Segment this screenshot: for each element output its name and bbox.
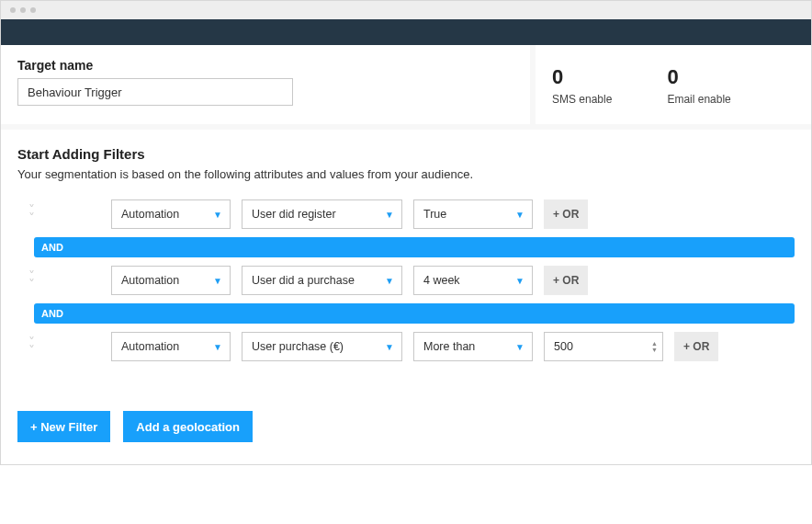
filter-attribute-value: User did register: [252, 208, 336, 221]
filter-category-value: Automation: [121, 208, 179, 221]
add-or-button[interactable]: + OR: [544, 199, 588, 229]
filters-heading: Start Adding Filters: [17, 146, 795, 162]
chevron-down-icon: ▼: [213, 210, 222, 220]
stat-email-label: Email enable: [667, 93, 730, 106]
filter-number-input[interactable]: [544, 332, 663, 361]
stat-email: 0 Email enable: [667, 65, 730, 106]
filter-value-select[interactable]: True ▼: [413, 199, 533, 229]
target-name-card: Target name: [1, 45, 530, 124]
filter-attribute-select[interactable]: User purchase (€) ▼: [242, 332, 402, 361]
stat-sms: 0 SMS enable: [552, 65, 612, 106]
filter-category-value: Automation: [121, 340, 179, 353]
filter-row: ˅˅ Automation ▼ User did a purchase ▼ 4 …: [17, 260, 795, 301]
chevron-down-icon: ▼: [385, 210, 394, 220]
number-stepper-icon[interactable]: ▲▼: [651, 340, 658, 353]
chevron-down-icon: ▼: [213, 342, 222, 352]
drag-handle-icon[interactable]: ˅˅: [17, 272, 45, 289]
stat-email-value: 0: [667, 65, 730, 89]
chevron-down-icon: ▼: [515, 342, 524, 352]
filter-category-select[interactable]: Automation ▼: [111, 332, 231, 361]
filter-attribute-select[interactable]: User did a purchase ▼: [242, 266, 402, 295]
filters-list: ˅˅ Automation ▼ User did register ▼ True…: [17, 194, 795, 367]
filter-category-select[interactable]: Automation ▼: [111, 266, 231, 295]
summary-row: Target name 0 SMS enable 0 Email enable: [1, 45, 811, 130]
filters-subheading: Your segmentation is based on the follow…: [17, 167, 795, 181]
filter-category-value: Automation: [121, 274, 179, 287]
target-name-input[interactable]: [17, 78, 293, 106]
filter-value-text: True: [423, 208, 446, 221]
chevron-down-icon: ▼: [515, 210, 524, 220]
traffic-light-icon: [20, 7, 26, 13]
filter-operator-value: More than: [423, 340, 475, 353]
stats-card: 0 SMS enable 0 Email enable: [536, 45, 811, 124]
window-titlebar: [1, 1, 811, 19]
window-frame: Target name 0 SMS enable 0 Email enable …: [0, 0, 812, 465]
filter-actions: + New Filter Add a geolocation: [17, 411, 795, 442]
chevron-down-icon: ▼: [385, 276, 394, 286]
filter-number-wrap: ▲▼: [544, 332, 663, 361]
chevron-down-icon: ▼: [213, 276, 222, 286]
add-or-button[interactable]: + OR: [674, 332, 718, 361]
filters-panel: Start Adding Filters Your segmentation i…: [1, 130, 811, 464]
filter-value-text: 4 week: [423, 274, 460, 287]
stat-sms-value: 0: [552, 65, 612, 89]
filter-row: ˅˅ Automation ▼ User did register ▼ True…: [17, 194, 795, 234]
filter-category-select[interactable]: Automation ▼: [111, 199, 231, 229]
and-connector[interactable]: AND: [34, 303, 795, 324]
target-name-label: Target name: [17, 58, 513, 73]
chevron-down-icon: ▼: [385, 342, 394, 352]
drag-handle-icon[interactable]: ˅˅: [17, 206, 45, 222]
traffic-light-icon: [30, 7, 36, 13]
filter-row: ˅˅ Automation ▼ User purchase (€) ▼ More…: [17, 326, 795, 367]
traffic-light-icon: [10, 7, 16, 13]
new-filter-button[interactable]: + New Filter: [17, 411, 110, 442]
add-geolocation-button[interactable]: Add a geolocation: [123, 411, 253, 442]
filter-attribute-select[interactable]: User did register ▼: [242, 199, 402, 229]
filter-attribute-value: User purchase (€): [252, 340, 344, 353]
and-connector[interactable]: AND: [34, 237, 795, 257]
drag-handle-icon[interactable]: ˅˅: [17, 338, 45, 355]
filter-attribute-value: User did a purchase: [252, 274, 355, 287]
add-or-button[interactable]: + OR: [544, 266, 588, 295]
app-header-band: [1, 19, 811, 45]
stat-sms-label: SMS enable: [552, 93, 612, 106]
filter-operator-select[interactable]: More than ▼: [413, 332, 533, 361]
filter-value-select[interactable]: 4 week ▼: [413, 266, 533, 295]
chevron-down-icon: ▼: [515, 276, 524, 286]
